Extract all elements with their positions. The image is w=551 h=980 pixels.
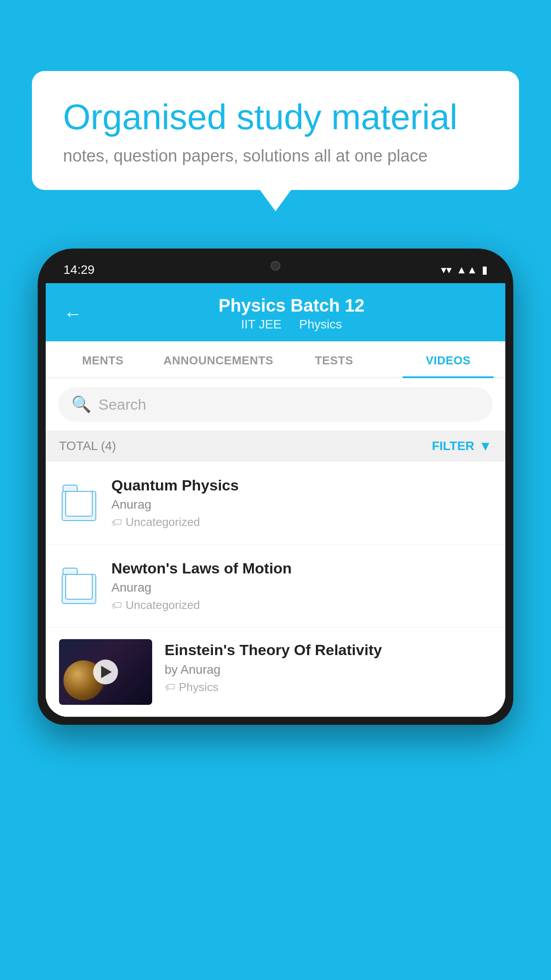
filter-label: FILTER: [432, 439, 474, 453]
video-thumbnail: [59, 639, 152, 705]
item-icon-wrap: [59, 564, 99, 608]
app-header: ← Physics Batch 12 IIT JEE Physics: [46, 283, 505, 341]
tag-icon: 🏷: [111, 599, 122, 612]
total-count: TOTAL (4): [59, 439, 116, 453]
status-bar: 14:29 ▾▾ ▲▲ ▮: [46, 257, 505, 283]
folder-icon: [62, 485, 96, 521]
hero-title: Organised study material: [63, 98, 488, 137]
search-icon: 🔍: [71, 395, 91, 414]
item-icon-wrap: [59, 481, 99, 525]
tab-ments[interactable]: MENTS: [46, 341, 160, 377]
batch-title: Physics Batch 12: [95, 296, 488, 316]
battery-icon: ▮: [482, 264, 488, 276]
tag-icon: 🏷: [111, 516, 122, 529]
list-item[interactable]: Einstein's Theory Of Relativity by Anura…: [46, 628, 505, 717]
video-author: Anurag: [111, 581, 492, 595]
video-title: Quantum Physics: [111, 477, 492, 494]
video-author: by Anurag: [165, 663, 492, 677]
subtitle-iit: IIT JEE: [241, 317, 281, 331]
video-info: Quantum Physics Anurag 🏷 Uncategorized: [111, 477, 492, 529]
video-tag: 🏷 Uncategorized: [111, 515, 492, 529]
batch-subtitle: IIT JEE Physics: [95, 317, 488, 332]
video-info: Newton's Laws of Motion Anurag 🏷 Uncateg…: [111, 560, 492, 612]
video-list: Quantum Physics Anurag 🏷 Uncategorized: [46, 462, 505, 717]
hero-subtitle: notes, question papers, solutions all at…: [63, 146, 488, 166]
tab-announcements[interactable]: ANNOUNCEMENTS: [160, 341, 277, 377]
tag-label: Uncategorized: [126, 598, 200, 612]
wifi-icon: ▾▾: [441, 264, 452, 276]
search-placeholder: Search: [98, 396, 146, 413]
tab-tests[interactable]: TESTS: [277, 341, 391, 377]
phone-notch: [244, 257, 307, 275]
filter-button[interactable]: FILTER ▼: [432, 439, 492, 454]
header-title-group: Physics Batch 12 IIT JEE Physics: [95, 296, 488, 332]
phone-body: 14:29 ▾▾ ▲▲ ▮ ← Physics Batch 12 IIT JEE: [38, 249, 513, 725]
filter-funnel-icon: ▼: [479, 439, 492, 454]
time-display: 14:29: [63, 263, 94, 277]
tag-icon: 🏷: [165, 681, 175, 693]
signal-icon: ▲▲: [456, 264, 477, 276]
search-container: 🔍 Search: [46, 378, 505, 431]
camera-dot: [271, 261, 280, 271]
video-info: Einstein's Theory Of Relativity by Anura…: [165, 639, 492, 694]
video-tag: 🏷 Physics: [165, 680, 492, 694]
folder-icon: [62, 568, 96, 604]
subtitle-physics: Physics: [299, 317, 342, 331]
play-triangle-icon: [101, 666, 112, 678]
video-title: Newton's Laws of Motion: [111, 560, 492, 577]
video-author: Anurag: [111, 498, 492, 512]
phone-screen: ← Physics Batch 12 IIT JEE Physics MENTS…: [46, 283, 505, 717]
hero-card: Organised study material notes, question…: [32, 71, 519, 190]
search-bar[interactable]: 🔍 Search: [58, 387, 493, 422]
list-item[interactable]: Newton's Laws of Motion Anurag 🏷 Uncateg…: [46, 545, 505, 628]
filter-bar: TOTAL (4) FILTER ▼: [46, 431, 505, 462]
phone-mockup: 14:29 ▾▾ ▲▲ ▮ ← Physics Batch 12 IIT JEE: [38, 249, 513, 980]
tag-label: Uncategorized: [126, 515, 200, 529]
tab-videos[interactable]: VIDEOS: [391, 341, 505, 377]
video-tag: 🏷 Uncategorized: [111, 598, 492, 612]
play-button[interactable]: [93, 660, 118, 684]
back-button[interactable]: ←: [63, 303, 82, 324]
tag-label: Physics: [179, 680, 219, 694]
tabs-bar: MENTS ANNOUNCEMENTS TESTS VIDEOS: [46, 341, 505, 378]
video-title: Einstein's Theory Of Relativity: [165, 641, 492, 659]
status-icons: ▾▾ ▲▲ ▮: [441, 264, 488, 276]
list-item[interactable]: Quantum Physics Anurag 🏷 Uncategorized: [46, 462, 505, 545]
